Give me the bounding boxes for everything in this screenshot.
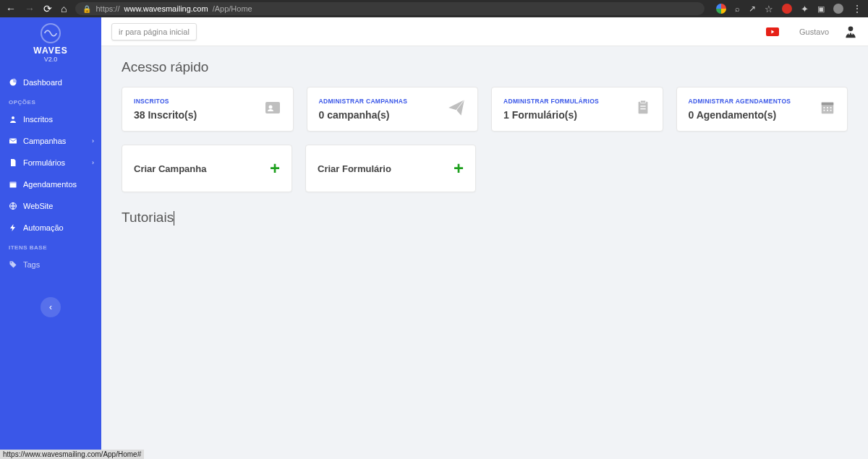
user-name[interactable]: Gustavo (799, 27, 829, 36)
sidebar-label: Tags (23, 260, 40, 269)
back-icon[interactable]: ← (6, 3, 16, 14)
status-link: https://www.wavesmailing.com/App/Home# (0, 450, 144, 459)
sidebar-label: WebSite (23, 202, 53, 210)
plus-icon: + (270, 158, 280, 179)
url-prefix: https:// (95, 4, 119, 13)
chrome-profile-icon[interactable] (716, 4, 726, 14)
plus-icon: + (454, 158, 464, 179)
brand-logo-icon (41, 23, 61, 43)
avatar-icon[interactable] (833, 4, 843, 14)
card-inscritos[interactable]: INSCRITOS 38 Inscrito(s) (122, 87, 294, 132)
reload-icon[interactable]: ⟳ (43, 3, 52, 14)
sidebar-label: Automação (23, 223, 64, 232)
menu-icon[interactable]: ⋮ (852, 3, 862, 14)
sidebar-heading-opcoes: OPÇÕES (0, 93, 101, 108)
sidebar-label: Formulários (23, 158, 65, 167)
paper-plane-icon (447, 98, 466, 120)
svg-rect-17 (827, 107, 828, 108)
calendar-icon (9, 180, 17, 189)
card-label: ADMINISTRAR AGENDAMENTOS (689, 98, 816, 105)
lock-icon: 🔒 (82, 5, 91, 13)
tutorials-title: Tutoriais (122, 210, 174, 226)
svg-rect-21 (830, 110, 832, 111)
user-avatar-icon[interactable] (843, 25, 858, 39)
globe-icon (9, 202, 17, 210)
url-host: www.wavesmailing.com (124, 4, 208, 13)
home-icon[interactable]: ⌂ (61, 3, 67, 14)
youtube-icon[interactable] (766, 27, 779, 36)
address-bar[interactable]: 🔒 https://www.wavesmailing.com/App/Home (75, 2, 705, 15)
tag-icon (9, 260, 17, 269)
main: ir para página inicial Gustavo Acesso rá… (101, 17, 868, 459)
svg-rect-11 (640, 100, 645, 103)
sidebar-label: Agendamentos (23, 180, 77, 189)
file-icon (9, 158, 17, 167)
card-value: 1 Formulário(s) (503, 109, 631, 121)
card-label: ADMINISTRAR CAMPANHAS (319, 98, 443, 105)
clipboard-icon (635, 100, 651, 119)
star-icon[interactable]: ☆ (765, 4, 773, 14)
card-label: INSCRITOS (134, 98, 260, 105)
action-label: Criar Formulário (318, 163, 454, 174)
sidebar-item-dashboard[interactable]: Dashboard (0, 72, 101, 93)
key-icon[interactable]: ⌕ (735, 4, 740, 13)
svg-rect-19 (824, 110, 825, 111)
svg-rect-15 (822, 103, 834, 106)
sidebar-item-tags[interactable]: Tags (0, 254, 101, 275)
card-value: 38 Inscrito(s) (134, 109, 260, 121)
svg-rect-16 (824, 107, 825, 108)
card-formularios[interactable]: ADMINISTRAR FORMULÁRIOS 1 Formulário(s) (491, 87, 663, 132)
sidebar-item-inscritos[interactable]: Inscritos (0, 108, 101, 130)
sidebar-label: Inscritos (23, 115, 53, 124)
svg-rect-10 (638, 102, 647, 114)
svg-point-0 (12, 116, 14, 119)
sidebar-heading-itens: ITENS BASE (0, 239, 101, 254)
svg-rect-1 (9, 139, 17, 144)
create-form-button[interactable]: Criar Formulário + (305, 145, 476, 192)
sidebar-item-campanhas[interactable]: Campanhas › (0, 130, 101, 152)
card-agendamentos[interactable]: ADMINISTRAR AGENDAMENTOS 0 Agendamento(s… (676, 87, 848, 132)
home-tooltip: ir para página inicial (111, 23, 197, 40)
chevron-right-icon: › (92, 159, 94, 166)
envelope-icon (9, 137, 17, 145)
users-icon (9, 115, 17, 124)
quick-access-title: Acesso rápido (122, 59, 848, 75)
chevron-right-icon: › (92, 137, 94, 145)
svg-rect-18 (830, 107, 832, 108)
sidebar-item-automacao[interactable]: Automação (0, 217, 101, 239)
card-value: 0 campanha(s) (319, 109, 443, 121)
svg-point-6 (848, 26, 854, 31)
card-campanhas[interactable]: ADMINISTRAR CAMPANHAS 0 campanha(s) (307, 87, 479, 132)
action-label: Criar Campanha (134, 163, 270, 174)
collapse-sidebar-button[interactable]: ‹ (41, 297, 61, 317)
brand[interactable]: WAVES V2.0 (0, 17, 101, 67)
extensions-icon[interactable]: ✦ (801, 4, 809, 14)
chevron-left-icon: ‹ (49, 302, 52, 312)
dashboard-icon (9, 78, 17, 87)
svg-rect-20 (827, 110, 828, 111)
sidebar-label: Dashboard (23, 78, 62, 87)
create-campaign-button[interactable]: Criar Campanha + (122, 145, 292, 192)
svg-point-9 (268, 106, 272, 109)
ext-red-icon[interactable] (782, 4, 792, 14)
sidebar-item-website[interactable]: WebSite (0, 195, 101, 217)
window-icon[interactable]: ▣ (817, 4, 825, 14)
card-label: ADMINISTRAR FORMULÁRIOS (503, 98, 631, 105)
brand-subtitle: V2.0 (44, 56, 58, 63)
address-card-icon (264, 99, 281, 119)
calendar-icon (820, 100, 835, 119)
forward-icon[interactable]: → (25, 3, 35, 14)
url-path: /App/Home (213, 4, 252, 13)
browser-chrome: ← → ⟳ ⌂ 🔒 https://www.wavesmailing.com/A… (0, 0, 868, 17)
svg-rect-12 (640, 106, 645, 106)
share-icon[interactable]: ↗ (749, 4, 756, 14)
sidebar-item-formularios[interactable]: Formulários › (0, 152, 101, 173)
sidebar-label: Campanhas (23, 137, 66, 145)
bolt-icon (9, 223, 17, 232)
brand-title: WAVES (33, 46, 67, 56)
svg-rect-3 (10, 182, 17, 184)
sidebar: WAVES V2.0 Dashboard OPÇÕES Inscritos (0, 17, 101, 459)
sidebar-item-agendamentos[interactable]: Agendamentos (0, 173, 101, 195)
svg-rect-8 (265, 102, 280, 113)
svg-point-5 (11, 262, 12, 264)
